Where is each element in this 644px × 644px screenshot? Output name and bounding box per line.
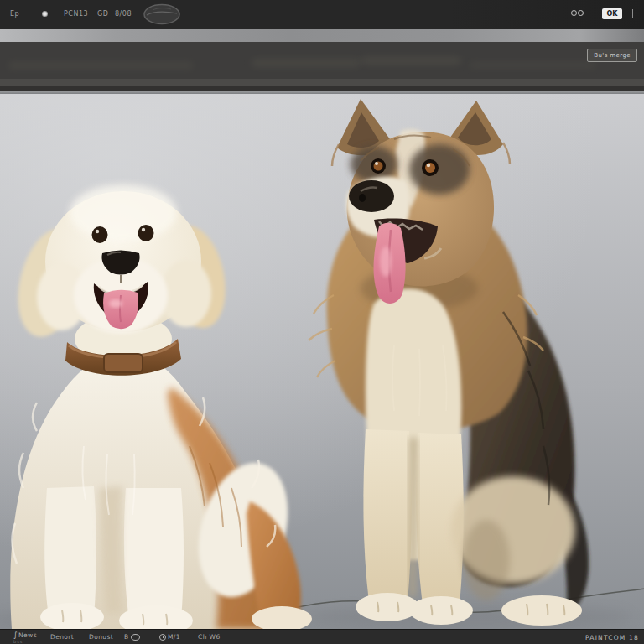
status-item[interactable]: Donust xyxy=(89,633,113,641)
link-icon[interactable] xyxy=(571,10,584,16)
status-item[interactable]: Ch W6 xyxy=(198,633,221,641)
lens-icon[interactable] xyxy=(143,3,181,27)
options-toolbar: Bu's merge xyxy=(0,29,644,94)
status-bar: ∫News bss Denort Donust B M/1 Ch W6 PAIN… xyxy=(0,629,644,644)
paint-smudge xyxy=(361,57,461,65)
paint-smudge xyxy=(8,62,193,69)
record-dot-icon[interactable] xyxy=(42,11,48,17)
dogs-painting: Digital painting of two dogs sitting sid… xyxy=(0,94,644,629)
statusbar-brand-label: PAINTCOM 18 xyxy=(585,634,639,641)
status-item-timer[interactable]: M/1 xyxy=(159,633,180,641)
timer-icon xyxy=(159,634,166,641)
counter-label: 8/08 xyxy=(115,10,132,18)
merge-button[interactable]: Bu's merge xyxy=(587,49,637,62)
app-window: Ep PCN13 GD 8/08 OK Bu's merge xyxy=(0,0,644,644)
status-item-shape[interactable]: B xyxy=(124,633,140,641)
canvas-viewport[interactable]: Digital painting of two dogs sitting sid… xyxy=(0,94,644,629)
paint-smudge xyxy=(252,59,361,67)
paint-smudge xyxy=(470,62,595,68)
tool-label[interactable]: PCN13 xyxy=(64,10,88,18)
ok-button[interactable]: OK xyxy=(602,8,622,19)
ellipse-icon xyxy=(131,634,140,641)
more-indicator[interactable] xyxy=(632,9,633,18)
group-label[interactable]: GD xyxy=(97,10,108,18)
toolbar-lower-band xyxy=(0,79,644,86)
options-area: Bu's merge xyxy=(0,42,644,79)
top-toolbar: Ep PCN13 GD 8/08 OK xyxy=(0,0,644,29)
status-item[interactable]: Denort xyxy=(50,633,74,641)
menu-label[interactable]: Ep xyxy=(10,10,19,18)
status-item-news[interactable]: ∫News bss xyxy=(13,631,37,644)
pen-icon: ∫ xyxy=(13,631,18,639)
status-item-sub: bss xyxy=(13,640,37,644)
toolbar-highlight-strip xyxy=(0,29,644,42)
